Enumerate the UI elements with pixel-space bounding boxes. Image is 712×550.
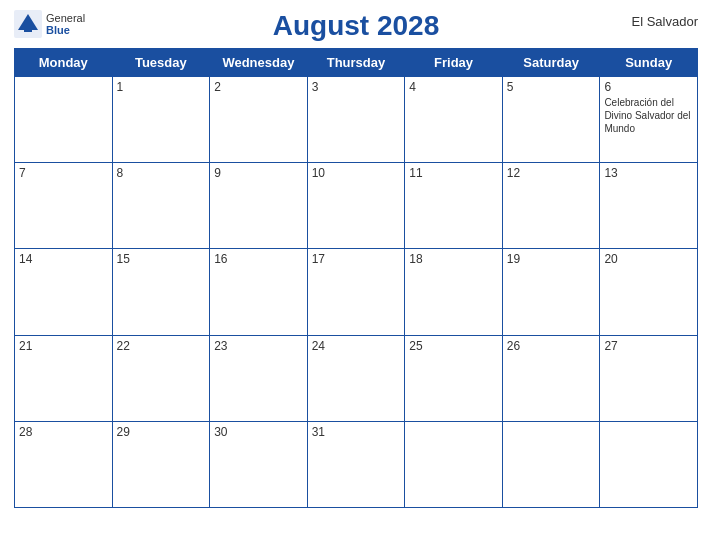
day-cell: 20 [600, 249, 698, 335]
weekday-header-thursday: Thursday [307, 49, 405, 77]
weekday-header-tuesday: Tuesday [112, 49, 210, 77]
day-cell: 5 [502, 77, 600, 163]
holiday-note: Celebración del Divino Salvador del Mund… [604, 96, 693, 135]
calendar-header: General Blue August 2028 El Salvador [14, 10, 698, 42]
calendar-container: General Blue August 2028 El Salvador Mon… [0, 0, 712, 550]
day-number: 5 [507, 80, 596, 94]
week-row-1: 123456Celebración del Divino Salvador de… [15, 77, 698, 163]
day-number: 11 [409, 166, 498, 180]
weekday-header-saturday: Saturday [502, 49, 600, 77]
day-number: 31 [312, 425, 401, 439]
day-number: 2 [214, 80, 303, 94]
calendar-thead: MondayTuesdayWednesdayThursdayFridaySatu… [15, 49, 698, 77]
logo-area: General Blue [14, 10, 85, 38]
day-number: 16 [214, 252, 303, 266]
day-cell: 1 [112, 77, 210, 163]
day-number: 1 [117, 80, 206, 94]
day-cell: 22 [112, 335, 210, 421]
logo-general-label: General [46, 12, 85, 24]
day-cell: 31 [307, 421, 405, 507]
day-number: 20 [604, 252, 693, 266]
day-number: 3 [312, 80, 401, 94]
day-cell: 23 [210, 335, 308, 421]
weekday-header-row: MondayTuesdayWednesdayThursdayFridaySatu… [15, 49, 698, 77]
day-number: 29 [117, 425, 206, 439]
svg-rect-2 [24, 26, 32, 32]
day-cell: 25 [405, 335, 503, 421]
day-cell: 21 [15, 335, 113, 421]
day-cell: 18 [405, 249, 503, 335]
day-cell: 4 [405, 77, 503, 163]
day-cell: 6Celebración del Divino Salvador del Mun… [600, 77, 698, 163]
day-number: 9 [214, 166, 303, 180]
week-row-4: 21222324252627 [15, 335, 698, 421]
week-row-3: 14151617181920 [15, 249, 698, 335]
day-number: 10 [312, 166, 401, 180]
day-number: 8 [117, 166, 206, 180]
day-number: 18 [409, 252, 498, 266]
day-cell: 19 [502, 249, 600, 335]
day-number: 6 [604, 80, 693, 94]
day-cell: 9 [210, 163, 308, 249]
day-number: 25 [409, 339, 498, 353]
day-cell [15, 77, 113, 163]
day-cell: 24 [307, 335, 405, 421]
day-number: 7 [19, 166, 108, 180]
day-cell: 29 [112, 421, 210, 507]
day-cell: 14 [15, 249, 113, 335]
weekday-header-wednesday: Wednesday [210, 49, 308, 77]
day-number: 14 [19, 252, 108, 266]
day-number: 26 [507, 339, 596, 353]
day-number: 4 [409, 80, 498, 94]
day-cell [405, 421, 503, 507]
day-cell: 2 [210, 77, 308, 163]
week-row-2: 78910111213 [15, 163, 698, 249]
day-number: 23 [214, 339, 303, 353]
day-cell: 12 [502, 163, 600, 249]
day-cell: 3 [307, 77, 405, 163]
week-row-5: 28293031 [15, 421, 698, 507]
day-number: 24 [312, 339, 401, 353]
weekday-header-sunday: Sunday [600, 49, 698, 77]
day-number: 27 [604, 339, 693, 353]
day-cell: 15 [112, 249, 210, 335]
calendar-table: MondayTuesdayWednesdayThursdayFridaySatu… [14, 48, 698, 508]
day-cell: 30 [210, 421, 308, 507]
day-cell: 17 [307, 249, 405, 335]
day-cell: 10 [307, 163, 405, 249]
day-cell: 28 [15, 421, 113, 507]
day-cell: 8 [112, 163, 210, 249]
day-cell: 13 [600, 163, 698, 249]
day-number: 15 [117, 252, 206, 266]
day-cell [502, 421, 600, 507]
day-number: 21 [19, 339, 108, 353]
day-number: 17 [312, 252, 401, 266]
calendar-tbody: 123456Celebración del Divino Salvador de… [15, 77, 698, 508]
day-cell [600, 421, 698, 507]
logo-icon [14, 10, 42, 38]
day-cell: 11 [405, 163, 503, 249]
day-number: 22 [117, 339, 206, 353]
logo-blue-label: Blue [46, 24, 85, 36]
weekday-header-friday: Friday [405, 49, 503, 77]
day-cell: 7 [15, 163, 113, 249]
day-cell: 16 [210, 249, 308, 335]
weekday-header-monday: Monday [15, 49, 113, 77]
month-title: August 2028 [273, 10, 440, 42]
day-number: 28 [19, 425, 108, 439]
day-number: 19 [507, 252, 596, 266]
logo-text: General Blue [46, 12, 85, 36]
day-cell: 27 [600, 335, 698, 421]
day-number: 12 [507, 166, 596, 180]
day-number: 13 [604, 166, 693, 180]
country-label: El Salvador [632, 14, 698, 29]
day-cell: 26 [502, 335, 600, 421]
day-number: 30 [214, 425, 303, 439]
